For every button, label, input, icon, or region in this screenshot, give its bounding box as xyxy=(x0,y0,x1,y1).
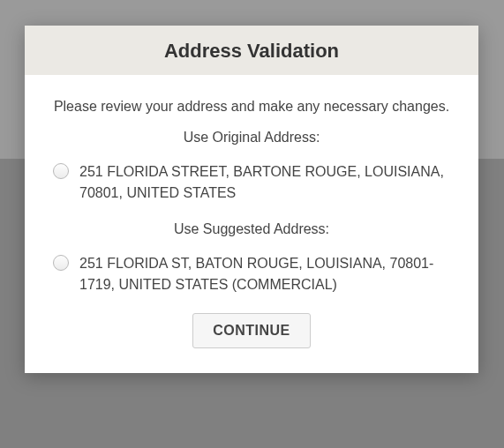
continue-button[interactable]: CONTINUE xyxy=(192,313,311,348)
button-row: CONTINUE xyxy=(46,313,457,348)
original-address-label: Use Original Address: xyxy=(46,130,457,146)
modal-body: Please review your address and make any … xyxy=(25,75,478,373)
suggested-address-option[interactable]: 251 FLORIDA ST, BATON ROUGE, LOUISIANA, … xyxy=(46,253,457,295)
address-validation-modal: Address Validation Please review your ad… xyxy=(25,26,478,373)
instruction-text: Please review your address and make any … xyxy=(46,96,457,117)
radio-suggested-icon[interactable] xyxy=(53,255,69,271)
original-address-option[interactable]: 251 FLORIDA STREET, BARTONE ROUGE, LOUIS… xyxy=(46,161,457,204)
radio-original-icon[interactable] xyxy=(53,163,69,179)
modal-header: Address Validation xyxy=(25,26,478,75)
suggested-address-label: Use Suggested Address: xyxy=(46,221,457,237)
original-address-text[interactable]: 251 FLORIDA STREET, BARTONE ROUGE, LOUIS… xyxy=(79,161,457,204)
suggested-address-text[interactable]: 251 FLORIDA ST, BATON ROUGE, LOUISIANA, … xyxy=(79,253,457,295)
modal-title: Address Validation xyxy=(34,40,470,63)
